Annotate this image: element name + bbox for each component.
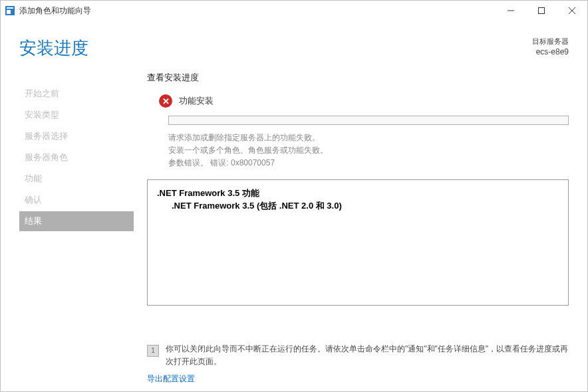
step-before-begin: 开始之前 xyxy=(19,84,134,104)
page-title: 安装进度 xyxy=(19,37,88,60)
result-feature-child: .NET Framework 3.5 (包括 .NET 2.0 和 3.0) xyxy=(157,199,559,213)
svg-rect-4 xyxy=(539,8,545,14)
step-confirm: 确认 xyxy=(19,190,134,210)
svg-rect-1 xyxy=(7,7,13,9)
view-progress-heading: 查看安装进度 xyxy=(147,72,569,84)
step-server-select: 服务器选择 xyxy=(19,126,134,146)
target-server-name: ecs-e8e9 xyxy=(532,47,569,58)
export-config-link[interactable]: 导出配置设置 xyxy=(147,374,195,383)
error-line-3: 参数错误。 错误: 0x80070057 xyxy=(168,157,569,169)
error-icon: ✕ xyxy=(159,94,172,108)
maximize-button[interactable] xyxy=(526,1,557,21)
minimize-button[interactable] xyxy=(496,1,526,21)
error-line-1: 请求添加或删除指定服务器上的功能失败。 xyxy=(168,132,569,144)
step-features: 功能 xyxy=(19,169,134,189)
error-message: 请求添加或删除指定服务器上的功能失败。 安装一个或多个角色、角色服务或功能失败。… xyxy=(168,132,569,170)
result-feature-parent: .NET Framework 3.5 功能 xyxy=(157,187,559,200)
step-server-roles: 服务器角色 xyxy=(19,147,134,167)
window-title: 添加角色和功能向导 xyxy=(19,5,91,17)
flag-notification-icon: 1 xyxy=(147,345,159,357)
wizard-steps-sidebar: 开始之前 安装类型 服务器选择 服务器角色 功能 确认 结果 xyxy=(1,72,134,335)
target-server-label: 目标服务器 xyxy=(532,37,569,47)
titlebar: 添加角色和功能向导 xyxy=(1,1,587,21)
installation-results-box[interactable]: .NET Framework 3.5 功能 .NET Framework 3.5… xyxy=(147,179,569,306)
error-line-2: 安装一个或多个角色、角色服务或功能失败。 xyxy=(168,144,569,157)
install-progressbar xyxy=(168,116,569,125)
background-task-note: 你可以关闭此向导而不中断正在运行的任务。请依次单击命令栏中的"通知"和"任务详细… xyxy=(166,343,569,368)
close-button[interactable] xyxy=(557,1,587,21)
svg-rect-2 xyxy=(7,10,11,14)
target-server-info: 目标服务器 ecs-e8e9 xyxy=(532,37,569,58)
app-icon xyxy=(5,5,15,16)
step-install-type: 安装类型 xyxy=(19,105,134,125)
step-results: 结果 xyxy=(19,211,134,231)
status-label: 功能安装 xyxy=(179,95,214,107)
